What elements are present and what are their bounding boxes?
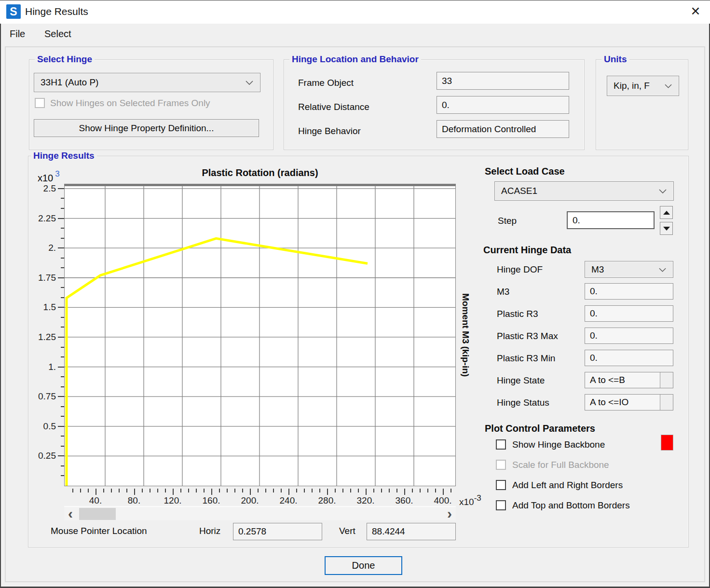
axis-tick — [312, 489, 313, 492]
show-hinge-backbone-checkbox[interactable] — [496, 439, 506, 450]
menu-file[interactable]: File — [10, 28, 25, 40]
axis-tick — [173, 489, 174, 495]
axis-tick — [404, 489, 405, 495]
axis-tick — [389, 489, 390, 492]
add-top-bottom-borders-label: Add Top and Bottom Borders — [512, 500, 630, 511]
show-hinge-backbone-label: Show Hinge Backbone — [512, 439, 605, 450]
axis-tick — [219, 489, 220, 492]
axis-tick — [58, 455, 64, 456]
axis-tick — [61, 198, 64, 199]
axis-tick — [420, 489, 421, 492]
hinge-dropdown[interactable]: 33H1 (Auto P) — [34, 73, 260, 92]
backbone-color-swatch[interactable] — [661, 435, 673, 451]
horiz-label: Horiz — [199, 526, 220, 536]
axis-tick — [58, 307, 64, 308]
axis-tick — [211, 489, 212, 495]
add-top-bottom-borders-checkbox[interactable] — [496, 500, 506, 510]
x-tick-label: 400. — [423, 495, 462, 506]
step-label: Step — [498, 216, 517, 226]
y-tick-label: 2.25 — [29, 213, 56, 224]
x-axis-scale-label: x10-3 — [459, 494, 481, 507]
axis-tick — [373, 489, 374, 492]
axis-tick — [61, 238, 64, 239]
axis-tick — [119, 489, 120, 492]
hinge-dof-label: Hinge DOF — [497, 264, 543, 275]
hinge-state-value: A to <=B — [590, 375, 625, 385]
chevron-right-icon[interactable]: › — [447, 506, 452, 522]
step-up-button[interactable] — [660, 206, 673, 219]
axis-tick — [61, 465, 64, 466]
y-tick-label: 1.75 — [29, 273, 56, 283]
step-input[interactable]: 0. — [567, 211, 655, 229]
x-tick-label: 80. — [115, 495, 153, 506]
axis-tick — [58, 188, 64, 189]
axis-tick — [72, 489, 73, 492]
plastic-r3-max-label: Plastic R3 Max — [497, 331, 558, 342]
axis-tick — [196, 489, 197, 492]
y-tick-label: 0.25 — [29, 451, 56, 461]
chart-plot-area[interactable] — [64, 184, 456, 486]
axis-tick — [142, 489, 143, 492]
menu-select[interactable]: Select — [44, 28, 71, 40]
sap2000-app-icon: S — [6, 4, 21, 19]
add-left-right-borders-checkbox[interactable] — [496, 480, 506, 490]
axis-tick — [443, 489, 444, 495]
axis-tick — [134, 489, 135, 495]
axis-tick — [258, 489, 259, 492]
show-hinge-property-button[interactable]: Show Hinge Property Definition... — [34, 119, 259, 137]
hinge-dof-dropdown[interactable]: M3 — [585, 261, 673, 278]
y-tick-label: 2. — [29, 243, 56, 253]
frame-object-field: 33 — [437, 72, 569, 90]
axis-tick — [165, 489, 166, 492]
load-case-dropdown-value: ACASE1 — [495, 186, 659, 196]
axis-tick — [61, 327, 64, 328]
hinge-status-label: Hinge Status — [497, 397, 549, 408]
axis-tick — [58, 396, 64, 397]
x-tick-label: 200. — [231, 495, 269, 506]
hinge-status-value: A to <=IO — [590, 397, 628, 408]
mouse-pointer-location-label: Mouse Pointer Location — [51, 526, 147, 536]
units-group — [596, 59, 688, 150]
show-hinges-checkbox-label: Show Hinges on Selected Frames Only — [50, 98, 210, 109]
hinge-state-label: Hinge State — [497, 375, 545, 386]
chevron-down-icon — [659, 265, 666, 274]
axis-tick — [157, 489, 158, 492]
vert-label: Vert — [339, 526, 355, 536]
axis-tick — [204, 489, 205, 492]
scale-full-backbone-checkbox — [496, 460, 506, 470]
triangle-down-icon — [663, 227, 670, 231]
axis-tick — [88, 489, 89, 492]
axis-tick — [58, 337, 64, 338]
right-axis-label: Moment M3 (kip-in) — [457, 184, 474, 486]
axis-tick — [96, 489, 96, 495]
select-load-case-heading: Select Load Case — [485, 166, 565, 177]
frame-object-label: Frame Object — [298, 78, 354, 88]
axis-tick — [296, 489, 297, 492]
chart-horizontal-scrollbar[interactable]: ‹ › — [64, 506, 456, 520]
axis-tick — [61, 406, 64, 407]
plastic-r3-min-label: Plastic R3 Min — [497, 353, 555, 364]
axis-tick — [58, 277, 64, 278]
scrollbar-thumb[interactable] — [79, 508, 116, 520]
load-case-dropdown[interactable]: ACASE1 — [494, 181, 674, 201]
axis-tick — [61, 228, 64, 229]
step-down-button[interactable] — [660, 222, 673, 235]
units-dropdown[interactable]: Kip, in, F — [607, 76, 679, 96]
axis-tick — [61, 347, 64, 348]
hinge-results-group-label: Hinge Results — [31, 150, 97, 161]
horiz-value-field: 0.2578 — [233, 523, 322, 540]
axis-tick — [61, 267, 64, 268]
axis-tick — [180, 489, 181, 492]
axis-tick — [150, 489, 150, 492]
units-dropdown-value: Kip, in, F — [607, 81, 665, 91]
chevron-left-icon[interactable]: ‹ — [68, 506, 73, 522]
units-group-label: Units — [601, 54, 629, 65]
close-icon[interactable]: ✕ — [687, 4, 704, 18]
title-bar: S Hinge Results ✕ — [0, 0, 710, 24]
axis-tick — [80, 489, 81, 492]
axis-tick — [435, 489, 436, 492]
axis-tick — [366, 489, 367, 495]
x-tick-label: 160. — [192, 495, 231, 506]
done-button[interactable]: Done — [325, 556, 402, 575]
axis-tick — [61, 436, 64, 437]
